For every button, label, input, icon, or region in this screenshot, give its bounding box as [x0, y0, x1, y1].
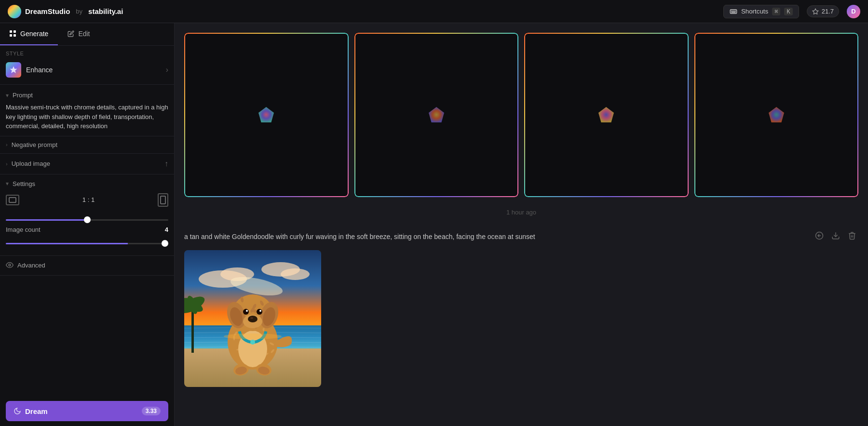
prev-prompt-text: a tan and white Goldendoodle with curly …: [184, 233, 813, 240]
aspect-ratio-label: 1 : 1: [24, 196, 153, 203]
dog-image-canvas: [184, 250, 321, 387]
neg-prompt-chevron-icon: ›: [6, 142, 8, 147]
prompt-label: Prompt: [13, 92, 33, 99]
loading-card-3: [524, 33, 689, 197]
delete-button[interactable]: [846, 229, 858, 244]
sidebar: Generate Edit Style: [0, 23, 175, 426]
user-avatar[interactable]: D: [847, 5, 860, 18]
app-by: by: [76, 8, 82, 15]
negative-prompt-header[interactable]: › Negative prompt: [6, 141, 168, 148]
advanced-eye-icon: [6, 262, 14, 268]
upload-image-section[interactable]: › Upload image ↑: [0, 154, 174, 174]
upload-chevron-icon: ›: [6, 161, 8, 167]
prompt-section: ▾ Prompt Massive semi-truck with chrome …: [0, 85, 174, 136]
download-all-button[interactable]: [829, 229, 842, 244]
dream-btn-left: Dream: [14, 407, 48, 415]
svg-rect-8: [9, 198, 16, 202]
aspect-ratio-row: 1 : 1: [6, 193, 168, 207]
image-count-slider-container: [6, 236, 168, 250]
loading-gem-4: [767, 105, 786, 124]
svg-point-10: [9, 264, 11, 266]
dream-section: Dream 3.33: [0, 396, 174, 426]
style-enhance-row[interactable]: Enhance ›: [6, 60, 168, 80]
style-enhance-left: Enhance: [6, 62, 53, 78]
landscape-icon: [9, 197, 16, 203]
generate-icon: [10, 30, 16, 37]
settings-header[interactable]: ▾ Settings: [6, 180, 168, 187]
tab-generate-label: Generate: [20, 30, 48, 38]
main-layout: Generate Edit Style: [0, 23, 868, 426]
tab-bar: Generate Edit: [0, 23, 174, 46]
advanced-section: Advanced: [0, 256, 174, 276]
loading-card-4: [694, 33, 859, 197]
aspect-portrait-icon[interactable]: [158, 193, 168, 207]
aspect-ratio-slider[interactable]: [6, 219, 168, 221]
shortcuts-button[interactable]: Shortcuts ⌘ K: [723, 5, 799, 18]
prev-prompt-actions: [813, 229, 858, 244]
image-count-row: Image count 4: [6, 226, 168, 233]
shortcuts-label: Shortcuts: [741, 8, 768, 15]
eye-icon: [6, 262, 14, 269]
keyboard-icon: [730, 8, 737, 15]
svg-marker-14: [769, 107, 784, 122]
trash-icon: [848, 231, 856, 240]
portrait-icon: [160, 196, 166, 204]
main-content: 1 hour ago a tan and white Goldendoodle …: [175, 23, 868, 426]
card-4-inner: [694, 33, 859, 197]
timestamp: 1 hour ago: [184, 205, 858, 226]
enhance-icon: [9, 66, 18, 74]
advanced-label: Advanced: [17, 262, 45, 269]
style-chevron-icon: ›: [166, 66, 168, 74]
dream-cost-badge: 3.33: [142, 407, 161, 415]
negative-prompt-label: Negative prompt: [12, 141, 57, 148]
upload-left: › Upload image: [6, 160, 50, 167]
prompt-chevron-icon: ▾: [6, 92, 9, 99]
generated-image-container: [184, 250, 858, 387]
tab-generate[interactable]: Generate: [0, 23, 58, 45]
style-icon: [6, 62, 21, 78]
loading-gem-3: [597, 105, 616, 124]
credits-icon: [812, 8, 819, 15]
svg-marker-13: [598, 107, 614, 122]
image-count-value: 4: [165, 226, 168, 233]
loading-gem-2: [427, 105, 446, 124]
svg-marker-12: [429, 107, 444, 122]
app-name: DreamStudio: [25, 7, 70, 15]
tab-edit[interactable]: Edit: [58, 23, 99, 45]
credits-value: 21.7: [822, 8, 834, 15]
generated-image[interactable]: [184, 250, 321, 387]
upload-arrow-icon: ↑: [164, 160, 168, 168]
retry-button[interactable]: [813, 229, 826, 244]
card-3-inner: [524, 33, 689, 197]
svg-rect-9: [161, 196, 165, 204]
settings-section: ▾ Settings 1 : 1: [0, 174, 174, 256]
card-1-inner: [184, 33, 349, 197]
image-count-label: Image count: [6, 226, 41, 233]
topbar-left: DreamStudio by stability.ai: [8, 5, 123, 18]
advanced-header[interactable]: Advanced: [6, 262, 168, 269]
edit-icon: [68, 30, 74, 37]
app-logo: [8, 5, 21, 18]
dream-icon: [14, 407, 21, 415]
prompt-text[interactable]: Massive semi-truck with chrome details, …: [6, 103, 168, 131]
app-company: stability.ai: [88, 7, 123, 15]
aspect-landscape-icon[interactable]: [6, 195, 19, 205]
card-2-inner: [354, 33, 519, 197]
credits-badge: 21.7: [807, 5, 839, 17]
settings-chevron-icon: ▾: [6, 180, 9, 187]
prev-prompt-row: a tan and white Goldendoodle with curly …: [184, 226, 858, 250]
svg-marker-6: [813, 9, 818, 14]
keyboard-shortcut-symbol: ⌘: [772, 8, 780, 15]
dream-button[interactable]: Dream 3.33: [6, 401, 168, 421]
style-name-label: Enhance: [26, 66, 53, 74]
settings-label: Settings: [13, 180, 35, 187]
style-label: Style: [6, 51, 168, 56]
loading-card-2: [354, 33, 519, 197]
upload-image-label: Upload image: [12, 160, 50, 167]
retry-icon: [815, 231, 824, 240]
loading-gem-1: [257, 105, 276, 124]
download-icon: [831, 231, 840, 240]
image-count-slider[interactable]: [6, 243, 168, 244]
loading-card-1: [184, 33, 349, 197]
prompt-header[interactable]: ▾ Prompt: [6, 90, 168, 103]
